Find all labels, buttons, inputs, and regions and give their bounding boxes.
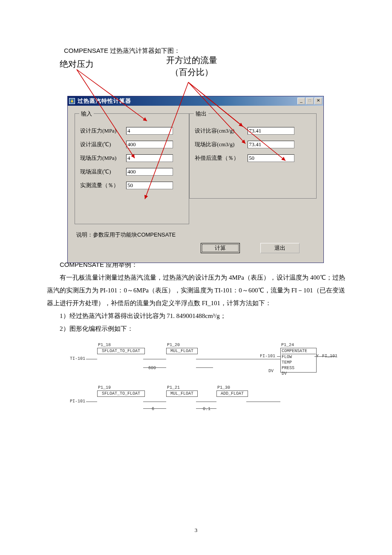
measured-flow-input[interactable] xyxy=(126,182,173,189)
annotations: 绝对压力 开方过的流量 （百分比） xyxy=(60,58,322,88)
screenshot-area: 绝对压力 开方过的流量 （百分比） 过热蒸汽特性计算器 _ □ ✕ 输入 xyxy=(60,58,322,248)
design-sv-output xyxy=(248,127,294,135)
field-pressure-label: 现场压力(MPa) xyxy=(80,154,126,162)
window-body: 输入 设计压力(MPa) 设计温度(℃) 现场压力(MPa) xyxy=(68,106,323,263)
output-group: 输出 设计比容(cm3/g) 现场比容(cm3/g) 补偿后流量（％） xyxy=(189,113,317,199)
const-0-1: 0.1 xyxy=(203,407,210,411)
block-p1-24-label: P1_24 xyxy=(281,343,294,347)
titlebar: 过热蒸汽特性计算器 _ □ ✕ xyxy=(68,96,323,106)
page-number: 3 xyxy=(0,527,392,534)
block-sfloat-1: SFLOAT_TO_FLOAT xyxy=(97,348,145,354)
calculator-window: 过热蒸汽特性计算器 _ □ ✕ 输入 设计压力(MPa) xyxy=(67,96,324,263)
flow-diagram: P1_18 SFLOAT_TO_FLOAT P1_20 MUL_FLOAT P1… xyxy=(64,339,337,425)
window-title: 过热蒸汽特性计算器 xyxy=(78,97,297,105)
const-600: 600 xyxy=(148,366,156,370)
design-temp-label: 设计温度(℃) xyxy=(80,141,126,148)
design-sv-label: 设计比容(cm3/g) xyxy=(195,127,248,135)
block-p1-21-label: P1_21 xyxy=(167,385,180,390)
block-p1-30-label: P1_30 xyxy=(217,385,230,390)
field-temp-input[interactable] xyxy=(126,168,173,176)
body-text: COMPENSATE 应用举例： 有一孔板流量计测量过热蒸汽流量，过热蒸汽的设计… xyxy=(47,258,345,335)
field-pressure-input[interactable] xyxy=(126,154,173,162)
design-pressure-input[interactable] xyxy=(126,127,173,135)
block-p1-19-label: P1_19 xyxy=(98,385,111,390)
example-paragraph: 有一孔板流量计测量过热蒸汽流量，过热蒸汽的设计压力为 4MPa（表压），设计温度… xyxy=(47,271,345,309)
tag-pi101: PI-101 xyxy=(70,399,85,404)
annotation-right-line1: 开方过的流量 xyxy=(166,55,217,65)
comp-flow-label: 补偿后流量（％） xyxy=(195,154,248,162)
close-button[interactable]: ✕ xyxy=(314,98,322,104)
tag-ti101: TI-101 xyxy=(70,356,85,361)
block-add: ADD_FLOAT xyxy=(216,390,248,397)
measured-flow-label: 实测流量（％） xyxy=(80,182,126,189)
window-note: 说明：参数应用于功能块COMPENSATE xyxy=(76,231,317,239)
input-group: 输入 设计压力(MPa) 设计温度(℃) 现场压力(MPa) xyxy=(75,113,189,224)
block-mul-2: MUL_FLOAT xyxy=(166,390,198,397)
input-group-legend: 输入 xyxy=(79,110,94,118)
block-p1-20-label: P1_20 xyxy=(167,343,180,347)
output-group-legend: 输出 xyxy=(194,110,208,118)
block-sfloat-2: SFLOAT_TO_FLOAT xyxy=(97,390,145,397)
field-sv-output xyxy=(248,141,294,148)
minimize-button[interactable]: _ xyxy=(297,98,305,104)
maximize-button[interactable]: □ xyxy=(306,98,314,104)
design-temp-input[interactable] xyxy=(126,141,173,148)
tag-fi101-in: FI-101 xyxy=(260,354,275,358)
design-pressure-label: 设计压力(MPa) xyxy=(80,127,126,135)
port-temp: TEMP xyxy=(282,360,316,365)
document-page: COMPENSATE 过热蒸汽计算器如下图： 绝对压力 开方过的流量 （百分比）… xyxy=(0,0,392,555)
block-compensate: COMPENSATE FLOW TEMP PRESS DV xyxy=(280,348,317,373)
block-mul-1: MUL_FLOAT xyxy=(166,348,198,354)
annotation-absolute-pressure: 绝对压力 xyxy=(60,58,94,70)
field-sv-label: 现场比容(cm3/g) xyxy=(195,141,248,148)
comp-flow-output xyxy=(248,154,294,162)
port-flow: FLOW xyxy=(282,354,316,360)
app-icon xyxy=(69,98,75,104)
step2: 2）图形化编程示例如下： xyxy=(47,322,345,335)
calc-button[interactable]: 计算 xyxy=(201,243,240,253)
port-dv: DV xyxy=(282,371,316,376)
port-press: PRESS xyxy=(282,365,316,371)
const-6: 6 xyxy=(152,407,154,411)
annotation-right-line2: （百分比） xyxy=(170,67,213,77)
window-controls: _ □ ✕ xyxy=(297,98,322,104)
field-temp-label: 现场温度(℃) xyxy=(80,168,126,176)
step1: 1）经过热蒸汽计算器得出设计比容为 71. 849001488cm³/g； xyxy=(47,309,345,322)
exit-button[interactable]: 退出 xyxy=(260,243,300,253)
tag-dv-left: DV xyxy=(268,369,274,373)
block-p1-18-label: P1_18 xyxy=(98,343,111,347)
block-compensate-title: COMPENSATE xyxy=(282,348,316,354)
annotation-sqrt-flow: 开方过的流量 （百分比） xyxy=(158,54,226,78)
